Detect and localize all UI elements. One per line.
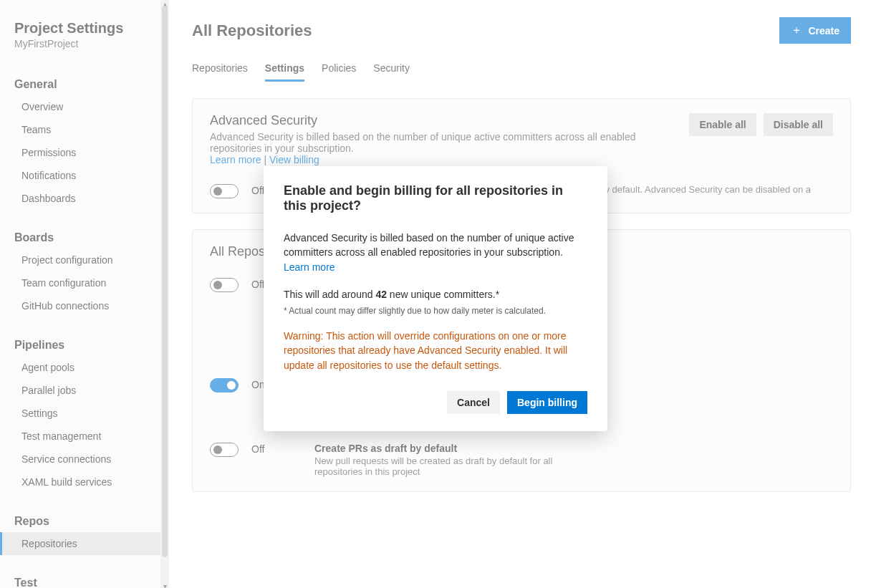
dialog-footnote: * Actual count may differ slightly due t… — [284, 306, 587, 316]
dialog-body-1: Advanced Security is billed based on the… — [284, 232, 574, 258]
modal-overlay[interactable]: Enable and begin billing for all reposit… — [0, 0, 871, 588]
cancel-button[interactable]: Cancel — [447, 391, 500, 414]
dialog-body-2b: new unique committers.* — [387, 289, 499, 300]
dialog-warning: Warning: This action will override confi… — [284, 329, 587, 372]
begin-billing-button[interactable]: Begin billing — [507, 391, 587, 414]
dialog-title: Enable and begin billing for all reposit… — [284, 183, 587, 213]
dialog-learn-more-link[interactable]: Learn more — [284, 261, 335, 273]
dialog-body-2a: This will add around — [284, 289, 375, 300]
dialog-committer-count: 42 — [375, 289, 387, 300]
billing-dialog: Enable and begin billing for all reposit… — [264, 166, 607, 431]
